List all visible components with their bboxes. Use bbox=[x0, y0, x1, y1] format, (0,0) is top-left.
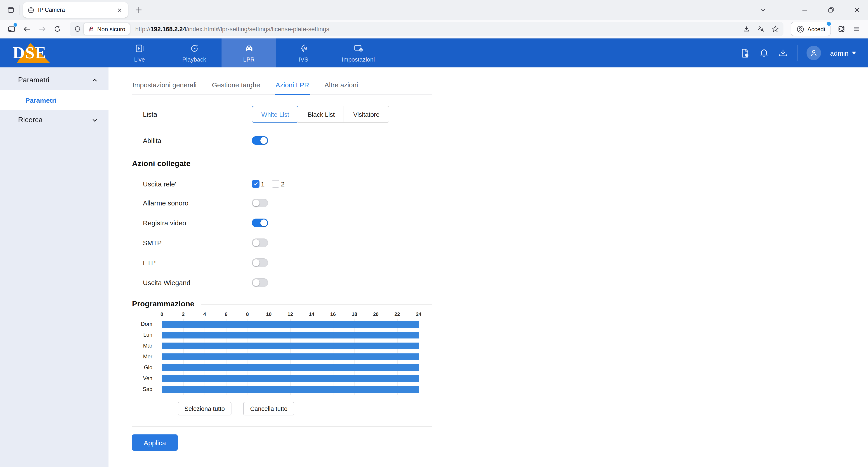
sidebar-group-parametri[interactable]: Parametri bbox=[0, 70, 108, 90]
schedule-track[interactable] bbox=[162, 329, 418, 340]
lpr-car-icon bbox=[243, 43, 254, 54]
record-video-toggle[interactable] bbox=[252, 218, 268, 227]
select-all-button[interactable]: Seleziona tutto bbox=[178, 402, 232, 415]
tab-close-icon[interactable] bbox=[114, 5, 124, 15]
help-doc-icon[interactable]: ? bbox=[740, 48, 750, 58]
forward-button[interactable] bbox=[35, 22, 49, 36]
account-icon bbox=[797, 25, 804, 33]
schedule-track[interactable] bbox=[162, 384, 418, 395]
relay-2-checkbox[interactable] bbox=[272, 180, 280, 187]
live-icon bbox=[134, 43, 145, 54]
tab-azioni-lpr[interactable]: Azioni LPR bbox=[275, 77, 309, 95]
white-list-button[interactable]: White List bbox=[252, 106, 299, 123]
reload-button[interactable] bbox=[51, 22, 64, 36]
schedule-bar[interactable] bbox=[162, 321, 418, 327]
smtp-toggle[interactable] bbox=[252, 238, 268, 247]
schedule-bar[interactable] bbox=[162, 386, 418, 392]
visitor-button[interactable]: Visitatore bbox=[344, 106, 389, 123]
schedule-track[interactable] bbox=[162, 319, 418, 329]
browser-tab-strip: IP Camera bbox=[0, 0, 868, 20]
linked-actions-section: Azioni collegate bbox=[132, 159, 432, 168]
security-chip[interactable]: Non sicuro bbox=[84, 23, 130, 35]
chevron-down-icon bbox=[92, 117, 98, 123]
user-menu[interactable]: admin bbox=[830, 49, 856, 57]
sidebar: Parametri Parametri Ricerca bbox=[0, 67, 108, 467]
relay-1-label: 1 bbox=[261, 180, 265, 187]
schedule-bar[interactable] bbox=[162, 342, 418, 349]
relay-1-checkbox[interactable] bbox=[252, 180, 259, 187]
sidebar-toggle-icon[interactable] bbox=[4, 22, 18, 36]
schedule-bar[interactable] bbox=[162, 331, 418, 338]
apply-button[interactable]: Applica bbox=[132, 434, 178, 451]
black-list-button[interactable]: Black List bbox=[298, 106, 344, 123]
schedule-row-mer: Mer bbox=[132, 351, 418, 362]
nav-item-live[interactable]: Live bbox=[112, 38, 167, 67]
new-tab-button[interactable] bbox=[132, 4, 145, 16]
sidebar-group-ricerca[interactable]: Ricerca bbox=[0, 110, 108, 130]
extensions-icon[interactable] bbox=[835, 22, 848, 36]
tab-altre-azioni[interactable]: Altre azioni bbox=[324, 77, 358, 95]
section-divider bbox=[197, 164, 432, 164]
window-close-button[interactable] bbox=[851, 4, 864, 16]
schedule-track[interactable] bbox=[162, 340, 418, 351]
translate-icon[interactable] bbox=[757, 25, 765, 33]
browser-window: IP Camera bbox=[0, 0, 868, 467]
tab-impostazioni-generali[interactable]: Impostazioni generali bbox=[132, 77, 197, 95]
enable-toggle[interactable] bbox=[252, 136, 268, 145]
wiegand-toggle[interactable] bbox=[252, 278, 268, 287]
signin-notification-dot bbox=[826, 21, 832, 27]
url-bar[interactable]: Non sicuro http://192.168.2.24/index.htm… bbox=[70, 22, 783, 36]
schedule-track[interactable] bbox=[162, 373, 418, 384]
clear-all-button[interactable]: Cancella tutto bbox=[243, 402, 294, 415]
sidebar-item-parametri[interactable]: Parametri bbox=[0, 90, 108, 110]
signin-label: Accedi bbox=[807, 26, 825, 32]
app-header: DSE Live Playback bbox=[0, 38, 868, 67]
tab-list-chevron-icon[interactable] bbox=[757, 4, 770, 16]
schedule-track[interactable] bbox=[162, 362, 418, 373]
main-content: Impostazioni generali Gestione targhe Az… bbox=[108, 67, 868, 467]
schedule-bar[interactable] bbox=[162, 364, 418, 371]
minimize-button[interactable] bbox=[798, 4, 811, 16]
ftp-row: FTP bbox=[132, 253, 432, 272]
avatar[interactable] bbox=[807, 46, 821, 60]
wiegand-row: Uscita Wiegand bbox=[132, 272, 432, 292]
logo-text: DSE bbox=[13, 42, 53, 63]
schedule-axis: 0 2 4 6 8 10 12 14 16 18 20 22 2 bbox=[162, 311, 418, 319]
schedule-bar[interactable] bbox=[162, 353, 418, 360]
ftp-toggle[interactable] bbox=[252, 258, 268, 267]
back-button[interactable] bbox=[20, 22, 33, 36]
relay-row: Uscita rele' 1 2 bbox=[132, 175, 432, 193]
nav-item-playback[interactable]: Playback bbox=[167, 38, 221, 67]
download-icon[interactable] bbox=[778, 48, 788, 58]
schedule-row-gio: Gio bbox=[132, 362, 418, 373]
shield-icon[interactable] bbox=[74, 26, 81, 32]
restore-button[interactable] bbox=[825, 4, 837, 16]
audio-alarm-toggle[interactable] bbox=[252, 198, 268, 207]
settings-tabs: Impostazioni generali Gestione targhe Az… bbox=[132, 77, 432, 94]
main-nav: Live Playback LPR AI bbox=[112, 38, 385, 67]
svg-text:AI: AI bbox=[303, 47, 307, 50]
nav-item-lpr[interactable]: LPR bbox=[221, 38, 276, 67]
schedule-track[interactable] bbox=[162, 351, 418, 362]
relay-label: Uscita rele' bbox=[143, 180, 252, 187]
enable-row: Abilita bbox=[132, 135, 432, 146]
bookmark-star-icon[interactable] bbox=[772, 25, 779, 33]
audio-alarm-row: Allarme sonoro bbox=[132, 193, 432, 213]
schedule-bar[interactable] bbox=[162, 375, 418, 382]
nav-item-impostazioni[interactable]: Impostazioni bbox=[331, 38, 385, 67]
brand-logo: DSE bbox=[0, 38, 108, 67]
security-label: Non sicuro bbox=[97, 26, 125, 32]
signin-button[interactable]: Accedi bbox=[791, 22, 831, 36]
section-title: Programmazione bbox=[132, 299, 194, 309]
browser-tab[interactable]: IP Camera bbox=[23, 2, 128, 18]
bell-icon[interactable] bbox=[759, 48, 769, 58]
save-page-icon[interactable] bbox=[743, 25, 750, 33]
record-video-row: Registra video bbox=[132, 213, 432, 233]
tab-gestione-targhe[interactable]: Gestione targhe bbox=[212, 77, 261, 95]
menu-icon[interactable] bbox=[850, 22, 864, 36]
nav-item-ivs[interactable]: AI IVS bbox=[276, 38, 331, 67]
browser-toolbar: Non sicuro http://192.168.2.24/index.htm… bbox=[0, 20, 868, 38]
smtp-row: SMTP bbox=[132, 233, 432, 253]
firefox-view-icon[interactable] bbox=[4, 4, 17, 16]
schedule-row-sab: Sab bbox=[132, 384, 418, 395]
